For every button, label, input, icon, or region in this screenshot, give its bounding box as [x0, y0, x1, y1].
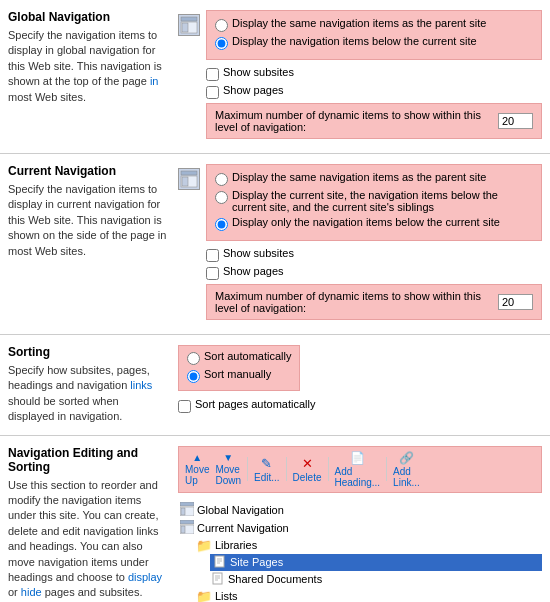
svg-rect-3: [181, 171, 197, 175]
current-nav-subsites-label[interactable]: Show subsites: [223, 247, 294, 259]
current-nav-show-subsites: Show subsites: [206, 247, 542, 262]
global-nav-options: Display the same navigation items as the…: [206, 10, 542, 139]
nav-editing-desc: Use this section to reorder and modify t…: [8, 478, 168, 601]
current-nav-below-radio[interactable]: [215, 218, 228, 231]
sort-pages-auto-label[interactable]: Sort pages automatically: [195, 398, 315, 410]
move-down-button[interactable]: ▼ MoveDown: [215, 452, 241, 486]
move-down-icon: ▼: [223, 452, 233, 463]
site-pages-label: Site Pages: [230, 556, 283, 568]
nav-editing-hide-link[interactable]: hide: [21, 586, 42, 598]
global-nav-radio-box: Display the same navigation items as the…: [206, 10, 542, 60]
current-nav-siblings-radio[interactable]: [215, 191, 228, 204]
current-nav-subsites-checkbox[interactable]: [206, 249, 219, 262]
global-nav-max-items: Maximum number of dynamic items to show …: [206, 103, 542, 139]
sorting-desc: Specify how subsites, pages, headings an…: [8, 363, 168, 425]
global-nav-pages-label[interactable]: Show pages: [223, 84, 284, 96]
current-nav-tree-label: Current Navigation: [197, 522, 289, 534]
svg-rect-11: [181, 526, 185, 533]
svg-rect-16: [213, 573, 222, 584]
shared-docs-label: Shared Documents: [228, 573, 322, 585]
toolbar-divider-4: [386, 457, 387, 481]
tree-item-current-nav[interactable]: Current Navigation: [178, 519, 542, 537]
global-nav-subsites-pages: Show subsites Show pages: [206, 66, 542, 99]
move-up-icon: ▲: [192, 452, 202, 463]
move-up-button[interactable]: ▲ MoveUp: [185, 452, 209, 486]
global-navigation-section: Global Navigation Specify the navigation…: [0, 0, 550, 154]
toolbar-divider-3: [328, 457, 329, 481]
svg-rect-0: [181, 17, 197, 21]
sorting-title: Sorting: [8, 345, 168, 359]
global-nav-subsites-label[interactable]: Show subsites: [223, 66, 294, 78]
global-nav-max-items-label: Maximum number of dynamic items to show …: [215, 109, 498, 133]
current-nav-below-label[interactable]: Display only the navigation items below …: [232, 216, 500, 228]
lists-label: Lists: [215, 590, 238, 602]
current-nav-icon-box: [178, 168, 200, 320]
current-nav-max-items-input[interactable]: [498, 294, 533, 310]
shared-docs-icon: [212, 572, 225, 587]
sorting-right: Sort automatically Sort manually Sort pa…: [178, 345, 542, 425]
current-nav-show-pages: Show pages: [206, 265, 542, 280]
global-nav-show-pages: Show pages: [206, 84, 542, 99]
move-up-label: MoveUp: [185, 464, 209, 486]
global-nav-tree-icon: [180, 502, 194, 518]
sorting-links-link[interactable]: links: [130, 379, 152, 391]
current-nav-title: Current Navigation: [8, 164, 168, 178]
move-down-label: MoveDown: [215, 464, 241, 486]
nav-editing-left: Navigation Editing and Sorting Use this …: [8, 446, 178, 602]
nav-tree: Global Navigation Current Navigation 📁 L…: [178, 499, 542, 602]
global-nav-option-below: Display the navigation items below the c…: [215, 35, 533, 50]
sort-auto-label[interactable]: Sort automatically: [204, 350, 291, 362]
current-navigation-section: Current Navigation Specify the navigatio…: [0, 154, 550, 335]
add-heading-label: AddHeading...: [335, 466, 381, 488]
svg-rect-8: [181, 508, 185, 515]
current-nav-max-items-label: Maximum number of dynamic items to show …: [215, 290, 498, 314]
tree-item-lists[interactable]: 📁 Lists: [194, 588, 542, 602]
current-nav-left: Current Navigation Specify the navigatio…: [8, 164, 178, 324]
current-nav-same-radio[interactable]: [215, 173, 228, 186]
nav-editing-display-link[interactable]: display: [128, 571, 162, 583]
toolbar-divider-1: [247, 457, 248, 481]
current-nav-radio-box: Display the same navigation items as the…: [206, 164, 542, 241]
tree-item-shared-docs[interactable]: Shared Documents: [210, 571, 542, 588]
global-nav-same-radio[interactable]: [215, 19, 228, 32]
global-nav-icon-box: [178, 14, 200, 139]
sort-auto-radio[interactable]: [187, 352, 200, 365]
tree-item-global-nav[interactable]: Global Navigation: [178, 501, 542, 519]
sort-manual-radio[interactable]: [187, 370, 200, 383]
global-nav-below-radio[interactable]: [215, 37, 228, 50]
current-nav-same-label[interactable]: Display the same navigation items as the…: [232, 171, 486, 183]
sort-pages-auto-checkbox[interactable]: [178, 400, 191, 413]
current-nav-option-siblings: Display the current site, the navigation…: [215, 189, 533, 213]
svg-rect-6: [180, 502, 194, 506]
delete-button[interactable]: ✕ Delete: [293, 456, 322, 483]
global-nav-max-items-input[interactable]: [498, 113, 533, 129]
tree-item-libraries[interactable]: 📁 Libraries: [194, 537, 542, 554]
current-nav-option-same: Display the same navigation items as the…: [215, 171, 533, 186]
global-nav-subsites-checkbox[interactable]: [206, 68, 219, 81]
global-nav-link[interactable]: in: [150, 75, 159, 87]
svg-rect-12: [215, 556, 224, 567]
current-nav-right: Display the same navigation items as the…: [178, 164, 542, 324]
sorting-left: Sorting Specify how subsites, pages, hea…: [8, 345, 178, 425]
global-nav-desc: Specify the navigation items to display …: [8, 28, 168, 105]
current-nav-siblings-label[interactable]: Display the current site, the navigation…: [232, 189, 533, 213]
global-nav-option-same: Display the same navigation items as the…: [215, 17, 533, 32]
global-nav-pages-checkbox[interactable]: [206, 86, 219, 99]
current-nav-options: Display the same navigation items as the…: [206, 164, 542, 320]
svg-rect-5: [182, 177, 188, 186]
global-nav-same-label[interactable]: Display the same navigation items as the…: [232, 17, 486, 29]
current-nav-pages-label[interactable]: Show pages: [223, 265, 284, 277]
edit-button[interactable]: ✎ Edit...: [254, 456, 280, 483]
sort-manual-option: Sort manually: [187, 368, 291, 383]
global-nav-below-label[interactable]: Display the navigation items below the c…: [232, 35, 477, 47]
current-nav-option-below: Display only the navigation items below …: [215, 216, 533, 231]
add-link-button[interactable]: 🔗 AddLink...: [393, 451, 420, 488]
nav-editing-toolbar: ▲ MoveUp ▼ MoveDown ✎ Edit... ✕ Delete 📄…: [178, 446, 542, 493]
current-nav-pages-checkbox[interactable]: [206, 267, 219, 280]
current-nav-subsites-pages: Show subsites Show pages: [206, 247, 542, 280]
sort-manual-label[interactable]: Sort manually: [204, 368, 271, 380]
tree-item-site-pages[interactable]: Site Pages: [210, 554, 542, 571]
global-nav-tree-label: Global Navigation: [197, 504, 284, 516]
add-heading-button[interactable]: 📄 AddHeading...: [335, 451, 381, 488]
nav-editing-section: Navigation Editing and Sorting Use this …: [0, 436, 550, 602]
